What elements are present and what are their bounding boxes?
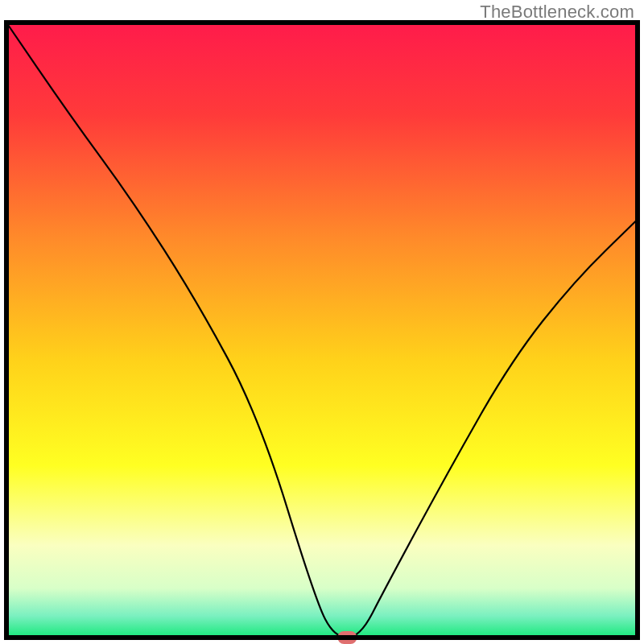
plot-background bbox=[6, 23, 638, 638]
chart-container: TheBottleneck.com bbox=[0, 0, 644, 644]
bottleneck-chart bbox=[0, 0, 644, 644]
